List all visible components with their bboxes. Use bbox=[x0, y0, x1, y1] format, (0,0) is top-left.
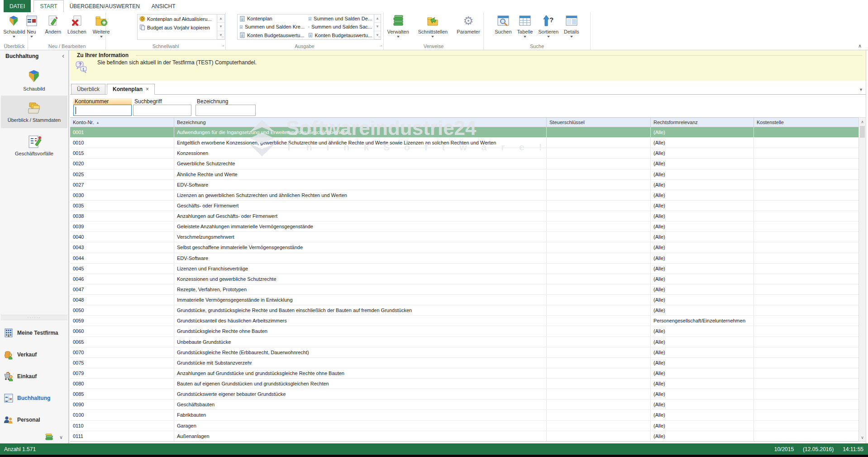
column-header-bezeichnung[interactable]: Bezeichnung bbox=[174, 118, 547, 127]
table-row[interactable]: 0045Lizenzen und Franchiseverträge(Alle) bbox=[70, 264, 858, 274]
scrollbar-thumb[interactable] bbox=[860, 126, 865, 138]
ribbon-collapse-icon[interactable]: ∧ bbox=[858, 43, 862, 49]
table-row[interactable]: 0030Lizenzen an gewerblichen Schutzrecht… bbox=[70, 190, 858, 201]
tab-datei[interactable]: DATEI bbox=[4, 0, 31, 12]
sidebar-item-ueberblick-stammdaten[interactable]: Überblick / Stammdaten bbox=[1, 96, 67, 128]
table-row[interactable]: 0100Fabrikbauten(Alle) bbox=[70, 410, 858, 420]
cell-bezeichnung: Garagen bbox=[174, 421, 547, 431]
sidebar-item-geschaeftsvorfaelle[interactable]: Geschäftsvorfälle bbox=[1, 131, 67, 160]
sidebar-item-schaubild[interactable]: Schaubild bbox=[1, 66, 67, 93]
chevron-down-icon[interactable]: ∨ bbox=[59, 434, 63, 440]
column-header-rechtsformrelevanz[interactable]: Rechtsformrelevanz bbox=[651, 118, 754, 127]
table-row[interactable]: 0027EDV-Software(Alle) bbox=[70, 180, 858, 190]
table-row[interactable]: 0046Konzessionen und gewerbliche Schutzr… bbox=[70, 274, 858, 284]
table-row[interactable]: 0043Selbst geschaffene immaterielle Verm… bbox=[70, 242, 858, 253]
small-books-icon[interactable] bbox=[45, 433, 53, 441]
parameter-button[interactable]: ⚙ Parameter bbox=[455, 13, 482, 35]
table-row[interactable]: 0070Grundstücksgleiche Rechte (Erbbaurec… bbox=[70, 347, 858, 358]
cell-konto-nr: 0060 bbox=[70, 326, 174, 336]
table-row[interactable]: 0079Anzahlungen auf Grundstücke und grun… bbox=[70, 368, 858, 379]
tab-ansicht[interactable]: ANSICHT bbox=[146, 0, 181, 12]
table-row[interactable]: 0048Immaterielle Vermögensgegenstände in… bbox=[70, 295, 858, 305]
kontonummer-input[interactable] bbox=[73, 105, 132, 116]
aendern-button[interactable]: Ändern bbox=[43, 13, 63, 35]
dialog-launcher-icon[interactable]: ⌐ bbox=[219, 44, 224, 48]
sidebar-item-verkauf[interactable]: Verkauf bbox=[0, 344, 68, 366]
schnittstellen-button[interactable]: Schnittstellen bbox=[416, 13, 449, 38]
table-row[interactable]: 0020Gewerbliche Schutzrechte(Alle) bbox=[70, 159, 858, 169]
ribbon-list-item[interactable]: Summen und Salden Kre... bbox=[238, 23, 306, 31]
column-header-kostenstelle[interactable]: Kostenstelle bbox=[754, 118, 858, 127]
sidebar-collapse-icon[interactable]: ‹ bbox=[62, 52, 64, 59]
cell-kostenstelle bbox=[754, 347, 858, 357]
cell-konto-nr: 0035 bbox=[70, 201, 174, 211]
cell-rechtsformrelevanz: (Alle) bbox=[651, 389, 754, 399]
ribbon-list-item[interactable]: Konten Budgetauswertu... bbox=[238, 31, 306, 39]
suchbegriff-input[interactable] bbox=[133, 105, 191, 116]
table-row[interactable]: 0040Verschmelzungsmehrwert(Alle) bbox=[70, 232, 858, 242]
column-header-konto-nr[interactable]: Konto-Nr. ▲ bbox=[70, 118, 174, 127]
scroll-more-icon[interactable]: ▼̲ bbox=[374, 31, 381, 39]
sidebar-splitter[interactable]: ······ bbox=[1, 315, 67, 320]
grid-vertical-scrollbar[interactable]: ∧ ∨ bbox=[858, 117, 866, 442]
scroll-up-icon[interactable]: ▲ bbox=[374, 14, 381, 23]
sidebar-item-meine-testfirma[interactable]: Meine Testfirma bbox=[0, 322, 68, 344]
table-row[interactable]: 0060Grundstücksgleiche Rechte ohne Baute… bbox=[70, 326, 858, 337]
table-row[interactable]: 0038Anzahlungen auf Geschäfts- oder Firm… bbox=[70, 211, 858, 221]
chevron-down-icon[interactable]: ▼ bbox=[859, 87, 863, 92]
table-row[interactable]: 0065Unbebaute Grundstücke(Alle) bbox=[70, 337, 858, 347]
column-header-steuerschluessel[interactable]: Steuerschlüssel bbox=[547, 118, 651, 127]
info-bar: Zu Ihrer Information ?! Sie befinden sic… bbox=[70, 50, 866, 81]
tab-start[interactable]: START bbox=[33, 0, 63, 12]
ribbon-list-item[interactable]: Budget aus Vorjahr kopieren bbox=[138, 23, 217, 32]
sidebar-item-personal[interactable]: Personal bbox=[0, 409, 68, 431]
tabelle-button[interactable]: Tabelle bbox=[515, 13, 535, 38]
cell-konto-nr: 0010 bbox=[70, 138, 174, 148]
cell-kostenstelle bbox=[754, 358, 858, 368]
tab-uebergeben-auswerten[interactable]: ÜBERGEBEN/AUSWERTEN bbox=[64, 0, 146, 12]
close-icon[interactable]: × bbox=[146, 86, 149, 92]
table-row[interactable]: 0110Garagen(Alle) bbox=[70, 421, 858, 431]
table-row[interactable]: 0047Rezepte, Verfahren, Prototypen(Alle) bbox=[70, 284, 858, 295]
table-row[interactable]: 0035Geschäfts- oder Firmenwert(Alle) bbox=[70, 201, 858, 211]
doc-tab-kontenplan[interactable]: Kontenplan × bbox=[107, 84, 155, 95]
cell-kostenstelle bbox=[754, 284, 858, 294]
scroll-down-icon[interactable]: ∨ bbox=[859, 433, 866, 441]
table-row[interactable]: 0025Ähnliche Rechte und Werte(Alle) bbox=[70, 169, 858, 180]
ribbon-list-item[interactable]: Summen und Salden Sac... bbox=[306, 23, 374, 31]
verkauf-icon bbox=[4, 350, 14, 360]
table-row[interactable]: 0080Bauten auf eigenen Grundstücken und … bbox=[70, 379, 858, 389]
ribbon-list-item[interactable]: Kontenplan bbox=[238, 14, 306, 23]
sidebar-item-einkauf[interactable]: Einkauf bbox=[0, 366, 68, 387]
verwalten-button[interactable]: Verwalten bbox=[385, 13, 410, 38]
scroll-down-icon[interactable]: ▼ bbox=[374, 23, 381, 31]
dialog-launcher-icon[interactable]: ⌐ bbox=[377, 44, 382, 48]
scroll-up-icon[interactable]: ∧ bbox=[859, 118, 866, 125]
table-row[interactable]: 0001Aufwendungen für die Ingangsetzung u… bbox=[70, 127, 858, 138]
table-row[interactable]: 0050Grundstücke, grundstücksgleiche Rech… bbox=[70, 305, 858, 316]
loeschen-button[interactable]: Löschen bbox=[66, 13, 88, 35]
table-row[interactable]: 0085Grundstückswerte eigener bebauter Gr… bbox=[70, 389, 858, 399]
ribbon-list-item[interactable]: Summen und Salden De... bbox=[306, 14, 374, 23]
table-row[interactable]: 0059Grundstücksanteil des häuslichen Arb… bbox=[70, 316, 858, 326]
table-row[interactable]: 0044EDV-Software(Alle) bbox=[70, 253, 858, 264]
table-row[interactable]: 0090Geschäftsbauten(Alle) bbox=[70, 399, 858, 410]
table-row[interactable]: 0010Entgeltlich erworbene Konzessionen, … bbox=[70, 138, 858, 148]
scroll-down-icon[interactable]: ▼ bbox=[217, 23, 224, 31]
status-bar: Anzahl 1.571 10/2015 (12.05.2016) 14:11:… bbox=[0, 443, 868, 455]
ribbon-list-item[interactable]: Kontenplan auf Aktualisieru... bbox=[138, 14, 217, 23]
suchen-button[interactable]: Suchen bbox=[493, 13, 513, 35]
ribbon-list-item[interactable]: Konten Budgetauswertu... bbox=[306, 31, 374, 39]
sortieren-button[interactable]: ? Sortieren bbox=[536, 13, 560, 38]
table-row[interactable]: 0015Konzessionen(Alle) bbox=[70, 148, 858, 159]
bezeichnung-input[interactable] bbox=[196, 105, 256, 116]
doc-tab-ueberblick[interactable]: Überblick bbox=[71, 84, 105, 95]
sidebar-item-buchhaltung[interactable]: Buchhaltung bbox=[0, 387, 68, 409]
scroll-up-icon[interactable]: ▲ bbox=[217, 14, 224, 23]
table-row[interactable]: 0075Grundstücke mit Substanzverzehr(Alle… bbox=[70, 358, 858, 368]
details-button[interactable]: Details bbox=[562, 13, 581, 38]
neu-button[interactable]: Neu bbox=[23, 13, 41, 38]
table-row[interactable]: 0111Außenanlagen(Alle) bbox=[70, 431, 858, 442]
table-row[interactable]: 0039Geleistete Anzahlungen immaterielle … bbox=[70, 221, 858, 232]
scroll-more-icon[interactable]: ▼̲ bbox=[217, 31, 224, 39]
